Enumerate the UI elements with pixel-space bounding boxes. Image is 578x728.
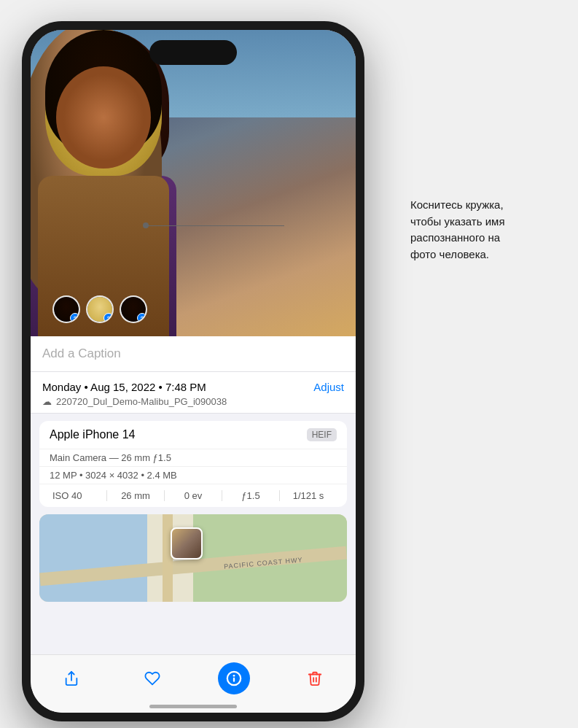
person-right-face bbox=[56, 66, 151, 169]
map-pin-thumbnail bbox=[171, 527, 203, 559]
phone-screen: Add a Caption Monday • Aug 15, 2022 • 7:… bbox=[31, 30, 356, 713]
share-button[interactable] bbox=[55, 662, 87, 694]
photo-area bbox=[31, 30, 356, 336]
face-badge-3 bbox=[137, 313, 147, 323]
face-circle-2[interactable] bbox=[86, 295, 114, 323]
info-button[interactable] bbox=[218, 662, 250, 694]
face-circle-1[interactable] bbox=[52, 295, 80, 323]
face-circle-3[interactable] bbox=[120, 295, 147, 323]
delete-button[interactable] bbox=[299, 662, 331, 694]
device-section: Apple iPhone 14 HEIF Main Camera — 26 mm… bbox=[39, 421, 347, 507]
map-pin bbox=[168, 525, 205, 562]
scroll-content[interactable]: Add a Caption Monday • Aug 15, 2022 • 7:… bbox=[31, 30, 356, 654]
photo-date: Monday • Aug 15, 2022 • 7:48 PM bbox=[42, 381, 206, 393]
exif-ev: 0 ev bbox=[165, 490, 222, 501]
annotation-text: Коснитесь кружка,чтобы указать имяраспоз… bbox=[410, 197, 556, 263]
bottom-toolbar bbox=[31, 654, 356, 713]
home-indicator bbox=[149, 705, 237, 708]
info-panel: Add a Caption Monday • Aug 15, 2022 • 7:… bbox=[31, 336, 356, 654]
spacer bbox=[31, 609, 356, 624]
device-name: Apple iPhone 14 bbox=[50, 428, 135, 441]
phone-frame: Add a Caption Monday • Aug 15, 2022 • 7:… bbox=[22, 21, 364, 721]
face-badge-2 bbox=[104, 313, 114, 323]
annotation-content: Коснитесь кружка,чтобы указать имяраспоз… bbox=[410, 198, 505, 260]
dynamic-island bbox=[149, 40, 237, 65]
adjust-button[interactable]: Adjust bbox=[313, 381, 344, 393]
camera-spec: Main Camera — 26 mm ƒ1.5 bbox=[39, 449, 347, 467]
heif-badge: HEIF bbox=[307, 428, 337, 441]
exif-shutter: 1/121 s bbox=[280, 490, 337, 501]
callout-line bbox=[146, 225, 284, 226]
caption-placeholder: Add a Caption bbox=[42, 346, 121, 360]
cloud-icon: ☁ bbox=[42, 396, 52, 407]
exif-focal: 26 mm bbox=[107, 490, 165, 501]
exif-iso: ISO 40 bbox=[50, 490, 107, 501]
device-row: Apple iPhone 14 HEIF bbox=[39, 421, 347, 449]
meta-row: Monday • Aug 15, 2022 • 7:48 PM Adjust bbox=[42, 381, 344, 393]
filename-text: 220720_Dul_Demo-Malibu_PG_i090038 bbox=[56, 396, 227, 407]
callout-dot bbox=[143, 222, 149, 228]
meta-section: Monday • Aug 15, 2022 • 7:48 PM Adjust ☁… bbox=[31, 372, 356, 414]
exif-row: ISO 40 26 mm 0 ev ƒ1.5 1/121 s bbox=[39, 484, 347, 507]
map-ocean bbox=[39, 514, 147, 602]
favorite-button[interactable] bbox=[136, 662, 168, 694]
exif-aperture: ƒ1.5 bbox=[222, 490, 280, 501]
face-badge-1 bbox=[70, 313, 80, 323]
caption-field[interactable]: Add a Caption bbox=[31, 336, 356, 372]
map-section[interactable]: PACIFIC COAST HWY bbox=[39, 514, 347, 602]
resolution-spec: 12 MP • 3024 × 4032 • 2.4 MB bbox=[39, 467, 347, 484]
meta-filename: ☁ 220720_Dul_Demo-Malibu_PG_i090038 bbox=[42, 396, 344, 407]
face-circles bbox=[52, 295, 147, 323]
